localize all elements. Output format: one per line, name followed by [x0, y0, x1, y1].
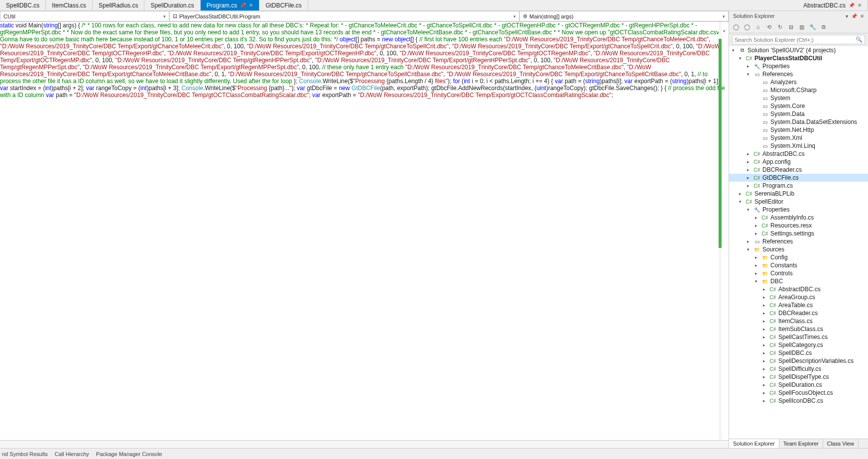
csfile-item[interactable]: ▸C#Program.cs	[729, 182, 868, 190]
nav-class-combo[interactable]: ⊡PlayerClassStatDBCUtil.Program▾	[169, 11, 519, 21]
folder-node[interactable]: ▾📁Sources	[729, 245, 868, 253]
nav-member-combo[interactable]: ⊚Main(string[] args)▾	[519, 11, 729, 21]
bottom-tab[interactable]: nd Symbol Results	[2, 451, 48, 457]
nav-bar: CUtil▾ ⊡PlayerClassStatDBCUtil.Program▾ …	[0, 11, 729, 22]
sync-icon[interactable]: ⟲	[765, 23, 773, 31]
csfile-item[interactable]: ▸C#App.config	[729, 158, 868, 166]
properties-icon[interactable]: 🔧	[809, 23, 817, 31]
csfile-item[interactable]: ▸C#ItemClass.cs	[729, 317, 868, 325]
project-node[interactable]: ▾C#SpellEditor	[729, 198, 868, 206]
reference-item[interactable]: ▭Microsoft.CSharp	[729, 86, 868, 94]
properties-node[interactable]: ▸🔧Properties	[729, 62, 868, 70]
close-icon[interactable]: ✕	[249, 2, 253, 8]
show-all-icon[interactable]: ▥	[798, 23, 806, 31]
se-search-input[interactable]	[735, 37, 856, 43]
horizontal-scrollbar[interactable]	[0, 440, 729, 448]
properties-node[interactable]: ▾🔧Properties	[729, 206, 868, 214]
csfile-item[interactable]: ▸C#SpellCastTimes.cs	[729, 333, 868, 341]
chevron-down-icon: ▾	[723, 14, 725, 19]
chevron-down-icon: ▾	[163, 14, 166, 19]
tab-program-active[interactable]: Program.cs 📌 ✕	[201, 0, 259, 10]
editor-pane: CUtil▾ ⊡PlayerClassStatDBCUtil.Program▾ …	[0, 11, 729, 448]
project-node[interactable]: ▾C#PlayerClassStatDBCUtil	[729, 54, 868, 62]
csfile-item[interactable]: ▸C#SpellDifficulty.cs	[729, 365, 868, 373]
reference-item[interactable]: ▭System.Xml	[729, 134, 868, 142]
csfile-item[interactable]: ▸C#AreaTable.cs	[729, 301, 868, 309]
reference-item[interactable]: ▭System.Net.Http	[729, 126, 868, 134]
reference-item[interactable]: ▭System.Data	[729, 110, 868, 118]
tab-spellradius[interactable]: SpellRadius.cs	[93, 0, 144, 10]
tab-spellduration[interactable]: SpellDuration.cs	[144, 0, 200, 10]
bottom-tab-strip: nd Symbol Results Call Hierarchy Package…	[0, 448, 868, 459]
back-icon[interactable]: ◯	[732, 23, 740, 31]
csfile-item[interactable]: ▸C#AbstractDBC.cs	[729, 150, 868, 158]
references-node[interactable]: ▾▭References	[729, 70, 868, 78]
folder-item[interactable]: ▸📁Controls	[729, 269, 868, 277]
prop-item[interactable]: ▸C#AssemblyInfo.cs	[729, 214, 868, 222]
side-tab-strip: Solution Explorer Team Explorer Class Vi…	[729, 439, 868, 448]
folder-item[interactable]: ▸📁Config	[729, 253, 868, 261]
reference-item[interactable]: ▭System.Core	[729, 102, 868, 110]
references-node[interactable]: ▸▭References	[729, 237, 868, 245]
folder-node[interactable]: ▾📁DBC	[729, 277, 868, 285]
csfile-item[interactable]: ▸C#DBCReader.cs	[729, 166, 868, 174]
bottom-tab[interactable]: Package Manager Console	[96, 451, 162, 457]
folder-item[interactable]: ▸📁Constants	[729, 261, 868, 269]
preview-icon[interactable]: ⧉	[820, 23, 828, 31]
search-icon[interactable]: 🔍	[856, 36, 863, 43]
reference-item[interactable]: ▭Analyzers	[729, 78, 868, 86]
reference-item[interactable]: ▭System.Xml.Linq	[729, 142, 868, 150]
tab-abstractdbc[interactable]: AbstractDBC.cs 📌 ✕	[797, 0, 868, 10]
solution-tree[interactable]: ▾⧉Solution 'SpellGUIV2' (4 projects) ▾C#…	[729, 46, 868, 439]
reference-item[interactable]: ▭System	[729, 94, 868, 102]
tab-gtdbcfile[interactable]: GtDBCFile.cs	[259, 0, 308, 10]
code-editor[interactable]: static void Main(string[] args) { /* * 1…	[0, 22, 729, 440]
csfile-item[interactable]: ▸C#SpellFocusObject.cs	[729, 389, 868, 397]
csfile-item[interactable]: ▸C#SpellDescriptionVariables.cs	[729, 357, 868, 365]
close-icon[interactable]: ✕	[858, 2, 862, 8]
pin-icon[interactable]: 📌	[240, 2, 246, 8]
side-tab-class[interactable]: Class View	[823, 439, 859, 448]
collapse-icon[interactable]: ⊟	[787, 23, 795, 31]
tab-itemclass[interactable]: ItemClass.cs	[46, 0, 93, 10]
side-tab-team[interactable]: Team Explorer	[779, 439, 823, 448]
dropdown-icon[interactable]: ▾	[846, 13, 848, 19]
pin-icon[interactable]: 📌	[851, 13, 857, 19]
nav-project-combo[interactable]: CUtil▾	[0, 11, 169, 21]
csfile-item[interactable]: ▸C#ItemSubClass.cs	[729, 325, 868, 333]
csfile-item[interactable]: ▸C#SpellDispelType.cs	[729, 373, 868, 381]
solution-node[interactable]: ▾⧉Solution 'SpellGUIV2' (4 projects)	[729, 46, 868, 54]
csfile-item[interactable]: ▸C#DBCReader.cs	[729, 309, 868, 317]
se-toolbar: ◯ ◯ ⌂ ⟲ ↻ ⊟ ▥ 🔧 ⧉	[729, 21, 868, 33]
reference-item[interactable]: ▭System.Data.DataSetExtensions	[729, 118, 868, 126]
refresh-icon[interactable]: ↻	[776, 23, 784, 31]
close-icon[interactable]: ✕	[860, 13, 864, 19]
forward-icon[interactable]: ◯	[743, 23, 751, 31]
prop-item[interactable]: ▸C#Resources.resx	[729, 222, 868, 230]
csfile-item[interactable]: ▸C#SpellCategory.cs	[729, 341, 868, 349]
panel-title: Solution Explorer ▾ 📌 ✕	[729, 11, 868, 21]
home-icon[interactable]: ⌂	[754, 23, 762, 31]
project-node[interactable]: ▸C#SereniaBLPLib	[729, 190, 868, 198]
se-search[interactable]: 🔍	[732, 35, 865, 44]
bottom-tab[interactable]: Call Hierarchy	[55, 451, 89, 457]
csfile-item[interactable]: ▸C#AreaGroup.cs	[729, 293, 868, 301]
csfile-item[interactable]: ▸C#AbstractDBC.cs	[729, 285, 868, 293]
csfile-item[interactable]: ▸C#GtDBCFile.cs	[729, 174, 868, 182]
csfile-item[interactable]: ▸C#SpellDBC.cs	[729, 349, 868, 357]
csfile-item[interactable]: ▸C#SpellIconDBC.cs	[729, 397, 868, 405]
tab-spelldbc[interactable]: SpellDBC.cs	[0, 0, 46, 10]
chevron-down-icon: ▾	[513, 14, 516, 19]
scrollbar-track[interactable]	[719, 22, 722, 440]
side-tab-se[interactable]: Solution Explorer	[729, 439, 779, 448]
prop-item[interactable]: ▸C#Settings.settings	[729, 230, 868, 237]
solution-explorer-panel: Solution Explorer ▾ 📌 ✕ ◯ ◯ ⌂ ⟲ ↻ ⊟ ▥ 🔧 …	[729, 11, 868, 448]
csfile-item[interactable]: ▸C#SpellDuration.cs	[729, 381, 868, 389]
file-tab-row: SpellDBC.cs ItemClass.cs SpellRadius.cs …	[0, 0, 868, 11]
pin-icon[interactable]: 📌	[849, 2, 855, 8]
